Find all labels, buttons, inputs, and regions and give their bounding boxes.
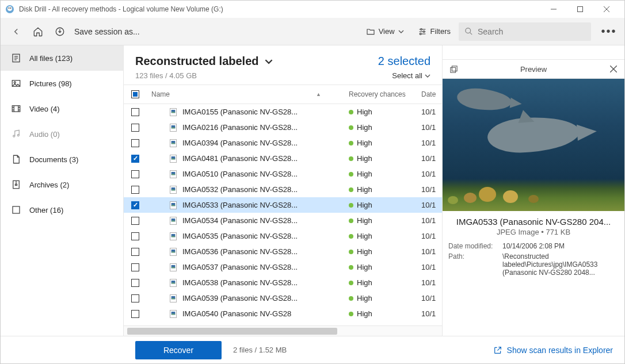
column-name[interactable]: Name ▲ <box>147 90 344 98</box>
filters-button[interactable]: Filters <box>412 22 456 41</box>
meta-key-date: Date modified: <box>448 242 497 250</box>
table-row[interactable]: IMGA0540 (Panasonic NV-GS28High10/1 <box>124 306 442 321</box>
column-date[interactable]: Date <box>419 90 442 98</box>
row-checkbox[interactable] <box>131 155 139 163</box>
more-menu-button[interactable]: ••• <box>599 22 619 41</box>
svg-point-15 <box>420 33 421 35</box>
table-row[interactable]: IMGA0536 (Panasonic NV-GS28...High10/1 <box>124 244 442 259</box>
row-checkbox[interactable] <box>131 170 139 178</box>
table-row[interactable]: IMGA0533 (Panasonic NV-GS28...High10/1 <box>124 197 442 213</box>
file-icon <box>169 309 178 319</box>
preview-close-button[interactable] <box>608 64 619 74</box>
recovery-label: High <box>357 108 372 116</box>
file-name: IMGA0536 (Panasonic NV-GS28... <box>182 247 298 256</box>
row-checkbox[interactable] <box>131 263 139 271</box>
chevron-down-icon <box>265 58 273 66</box>
view-dropdown[interactable]: View <box>360 22 410 41</box>
sidebar-item-pictures[interactable]: Pictures (98) <box>1 71 123 96</box>
footer: Recover 2 files / 1.52 MB Show scan resu… <box>1 336 624 363</box>
preview-title: Preview <box>459 65 608 74</box>
window-close-button[interactable] <box>593 1 620 18</box>
table-row[interactable]: IMGA0534 (Panasonic NV-GS28...High10/1 <box>124 213 442 228</box>
sidebar-item-other[interactable]: Other (16) <box>1 197 123 223</box>
save-session-label[interactable]: Save session as... <box>74 27 140 36</box>
row-checkbox[interactable] <box>131 217 139 225</box>
file-icon <box>169 247 178 256</box>
row-date: 10/1 <box>419 263 442 271</box>
row-date: 10/1 <box>419 170 442 178</box>
window-maximize-button[interactable] <box>567 1 593 18</box>
row-checkbox[interactable] <box>131 201 139 209</box>
back-button[interactable] <box>6 22 26 41</box>
row-checkbox[interactable] <box>131 232 139 240</box>
row-checkbox[interactable] <box>131 294 139 302</box>
folder-icon <box>366 27 375 36</box>
file-icon <box>169 263 178 272</box>
audio-icon <box>11 129 21 139</box>
chevron-down-icon <box>398 29 404 35</box>
sidebar-item-documents[interactable]: Documents (3) <box>1 147 123 172</box>
table-row[interactable]: IMGA0155 (Panasonic NV-GS28...High10/1 <box>124 104 442 120</box>
file-icon <box>169 170 178 179</box>
file-name: IMGA0537 (Panasonic NV-GS28... <box>182 263 298 271</box>
sidebar-item-video[interactable]: Video (4) <box>1 96 123 121</box>
table-row[interactable]: IMGA0538 (Panasonic NV-GS28...High10/1 <box>124 275 442 290</box>
breadcrumb-dropdown[interactable]: Reconstructed labeled <box>135 55 378 68</box>
file-icon <box>169 216 178 225</box>
svg-point-1 <box>7 6 12 11</box>
recovery-label: High <box>357 123 372 132</box>
row-checkbox[interactable] <box>131 310 139 318</box>
file-name: IMGA0538 (Panasonic NV-GS28... <box>182 278 298 287</box>
table-row[interactable]: IMGA0216 (Panasonic NV-GS28...High10/1 <box>124 120 442 135</box>
sidebar-item-all-files[interactable]: All files (123) <box>1 45 123 71</box>
file-count-label: 123 files / 4.05 GB <box>135 71 378 80</box>
recovery-label: High <box>357 247 372 256</box>
meta-val-path: \Reconstructed labeled\Pictures\jpg\IMGA… <box>502 252 619 277</box>
file-icon <box>169 201 178 210</box>
file-name: IMGA0155 (Panasonic NV-GS28... <box>182 108 298 116</box>
window-minimize-button[interactable] <box>540 1 567 18</box>
table-row[interactable]: IMGA0539 (Panasonic NV-GS28...High10/1 <box>124 290 442 306</box>
recovery-label: High <box>357 232 372 240</box>
select-all-checkbox[interactable] <box>131 90 139 98</box>
recover-button[interactable]: Recover <box>135 341 222 359</box>
column-recovery[interactable]: Recovery chances <box>344 90 419 98</box>
sidebar-item-audio[interactable]: Audio (0) <box>1 121 123 147</box>
explorer-link[interactable]: Show scan results in Explorer <box>493 346 613 355</box>
file-icon <box>169 123 178 132</box>
save-session-icon[interactable] <box>50 22 70 41</box>
table-row[interactable]: IMGA0510 (Panasonic NV-GS28...High10/1 <box>124 166 442 182</box>
external-link-icon <box>493 346 502 355</box>
row-checkbox[interactable] <box>131 279 139 287</box>
table-body[interactable]: IMGA0155 (Panasonic NV-GS28...High10/1IM… <box>124 104 442 325</box>
table-row[interactable]: IMGA0535 (Panasonic NV-GS28...High10/1 <box>124 228 442 244</box>
table-row[interactable]: IMGA0394 (Panasonic NV-GS28...High10/1 <box>124 135 442 151</box>
svg-point-3 <box>10 7 12 9</box>
select-all-dropdown[interactable]: Select all <box>378 71 430 80</box>
app-logo-icon <box>5 5 14 14</box>
recovery-label: High <box>357 139 372 147</box>
table-row[interactable]: IMGA0537 (Panasonic NV-GS28...High10/1 <box>124 259 442 275</box>
row-checkbox[interactable] <box>131 139 139 147</box>
table-row[interactable]: IMGA0481 (Panasonic NV-GS28...High10/1 <box>124 151 442 166</box>
row-date: 10/1 <box>419 201 442 209</box>
file-name: IMGA0539 (Panasonic NV-GS28... <box>182 294 298 302</box>
row-checkbox[interactable] <box>131 124 139 132</box>
file-icon <box>169 232 178 241</box>
table-row[interactable]: IMGA0532 (Panasonic NV-GS28...High10/1 <box>124 182 442 197</box>
search-box[interactable] <box>459 22 591 41</box>
home-button[interactable] <box>28 22 48 41</box>
horizontal-scrollbar[interactable] <box>124 325 442 336</box>
pop-out-icon[interactable] <box>448 64 459 74</box>
recovery-label: High <box>357 170 372 178</box>
row-checkbox[interactable] <box>131 186 139 194</box>
svg-rect-5 <box>578 7 583 12</box>
file-name: IMGA0534 (Panasonic NV-GS28... <box>182 216 298 225</box>
search-icon <box>464 27 473 36</box>
row-checkbox[interactable] <box>131 108 139 116</box>
search-input[interactable] <box>478 27 585 36</box>
svg-point-2 <box>9 7 10 9</box>
status-dot-icon <box>349 312 353 316</box>
row-checkbox[interactable] <box>131 248 139 256</box>
sidebar-item-archives[interactable]: Archives (2) <box>1 172 123 197</box>
